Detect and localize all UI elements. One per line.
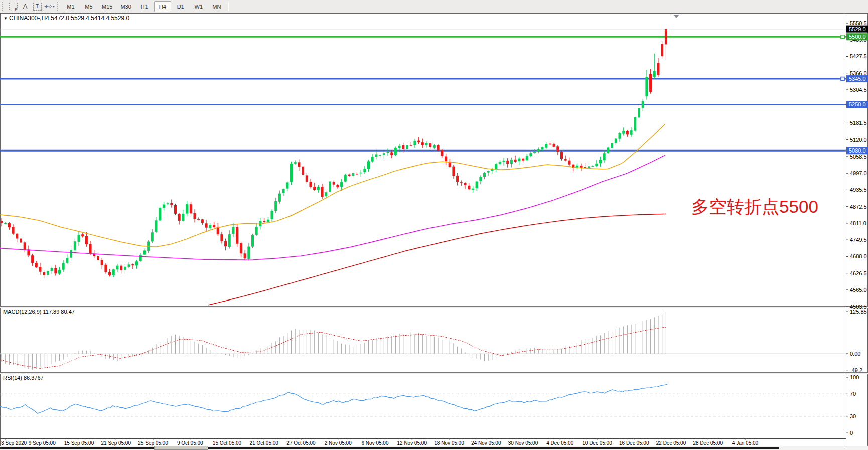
- candle: [445, 156, 447, 161]
- timeframe-button-m5[interactable]: M5: [80, 1, 97, 12]
- annotation-text[interactable]: 多空转折点5500: [691, 195, 818, 219]
- timeframe-button-group: M1M5M15M30H1H4D1W1MN: [62, 1, 225, 12]
- chart-title[interactable]: ▼CHINA300-,H4 5472.0 5529.4 5414.4 5529.…: [4, 15, 129, 22]
- candle: [472, 189, 474, 190]
- candle: [541, 147, 544, 150]
- candle: [340, 182, 343, 187]
- text-label-tool-icon[interactable]: A: [19, 2, 31, 12]
- arrows-tool-icon[interactable]: ✦✧▾: [43, 2, 55, 12]
- candle: [626, 131, 629, 134]
- candle: [464, 183, 467, 185]
- chart-shift-marker-icon[interactable]: [673, 15, 679, 18]
- mt4-chart-window: F A T ✦✧▾ M1M5M15M30H1H4D1W1MN ▼CHINA300…: [0, 0, 868, 450]
- macd-signal-line: [0, 327, 666, 368]
- candle: [533, 152, 536, 153]
- price-badge-label: 5345.0: [849, 76, 866, 82]
- scrollbar-thumb[interactable]: [154, 446, 208, 450]
- candle: [499, 162, 501, 164]
- timeframe-button-mn[interactable]: MN: [208, 1, 225, 12]
- candle: [74, 241, 76, 250]
- candle: [12, 227, 15, 234]
- scrollbar-track[interactable]: [208, 447, 779, 449]
- candle: [170, 203, 173, 205]
- candle: [356, 174, 358, 175]
- candle: [367, 161, 370, 169]
- candle: [592, 166, 594, 167]
- date-label: 25 Sep 05:00: [138, 440, 168, 446]
- candle: [194, 213, 196, 219]
- date-label: 2 Nov 05:00: [325, 440, 352, 446]
- candle: [506, 161, 509, 164]
- timeframe-button-w1[interactable]: W1: [190, 1, 207, 12]
- candle: [112, 269, 115, 275]
- candle: [209, 225, 211, 228]
- candle: [159, 208, 161, 220]
- candle: [468, 186, 470, 189]
- candle: [116, 266, 119, 270]
- candle: [452, 167, 455, 176]
- candle: [251, 235, 254, 247]
- price-tick-label: 4749.5: [850, 237, 867, 243]
- price-tick-label: 4688.0: [850, 253, 867, 259]
- candle: [236, 227, 238, 244]
- chevron-down-icon[interactable]: ▼: [4, 16, 8, 21]
- price-badge-label: 5080.0: [849, 147, 866, 154]
- candle: [379, 155, 381, 156]
- candle: [622, 131, 625, 134]
- price-tick-label: 4935.5: [850, 187, 867, 193]
- chart-canvas[interactable]: 5550.55489.05427.55366.05304.55243.05181…: [0, 0, 868, 450]
- timeframe-button-h1[interactable]: H1: [136, 1, 153, 12]
- candle: [479, 177, 482, 181]
- toolbar-grip[interactable]: [57, 2, 60, 11]
- candle: [611, 143, 613, 148]
- chevron-down-icon[interactable]: ▾: [53, 4, 55, 9]
- candle: [70, 250, 72, 258]
- candle: [325, 192, 327, 196]
- horizontal-scrollbar[interactable]: [0, 446, 868, 450]
- toolbar-grip[interactable]: [2, 2, 5, 11]
- candle: [336, 185, 339, 187]
- price-tick-label: 5058.5: [850, 154, 867, 160]
- timeframe-button-m1[interactable]: M1: [62, 1, 79, 12]
- candle: [518, 159, 520, 162]
- candle: [588, 166, 590, 168]
- candle: [155, 220, 158, 232]
- candle: [197, 219, 200, 220]
- candle: [244, 253, 246, 258]
- rsi-scale-label: 30: [850, 413, 856, 419]
- rsi-scale-label: 100: [850, 374, 859, 380]
- date-label: 10 Dec 05:00: [582, 440, 612, 446]
- candle: [526, 156, 528, 160]
- rsi-indicator-label: RSI(14) 86.3767: [3, 375, 44, 381]
- candle: [139, 255, 142, 261]
- date-label: 18 Nov 05:00: [434, 440, 464, 446]
- candle: [167, 203, 169, 204]
- candle: [104, 265, 107, 272]
- price-badge-label: 5529.0: [849, 26, 866, 32]
- candle: [545, 144, 547, 147]
- level-line-handle[interactable]: [841, 77, 844, 81]
- fibonacci-tool-icon[interactable]: F: [7, 2, 19, 12]
- candle: [263, 221, 265, 222]
- candle: [456, 176, 459, 182]
- price-tick-label: 5304.5: [850, 87, 867, 93]
- timeframe-button-h4[interactable]: H4: [154, 1, 171, 12]
- candle: [294, 162, 297, 164]
- scrollbar-track[interactable]: [0, 447, 154, 449]
- candle: [120, 266, 122, 270]
- ma-slow-line: [208, 214, 666, 305]
- timeframe-button-m15[interactable]: M15: [98, 1, 116, 12]
- level-line-handle[interactable]: [841, 35, 844, 39]
- date-label: 21 Oct 05:00: [250, 440, 279, 446]
- candle: [413, 141, 416, 145]
- candle: [24, 242, 26, 250]
- timeframe-button-m30[interactable]: M30: [117, 1, 134, 12]
- candle: [16, 234, 18, 239]
- text-tool-icon[interactable]: T: [31, 2, 43, 12]
- candle: [568, 161, 570, 165]
- candle: [39, 267, 42, 272]
- candle: [1, 221, 3, 223]
- candle: [151, 232, 154, 241]
- timeframe-button-d1[interactable]: D1: [172, 1, 189, 12]
- candle: [642, 101, 644, 108]
